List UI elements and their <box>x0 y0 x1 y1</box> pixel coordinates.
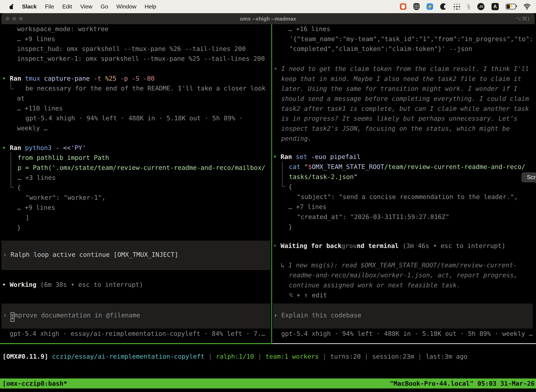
pane-divider-horizontal-right[interactable] <box>272 343 536 344</box>
terminal-line: { <box>288 182 292 192</box>
terminal-line: inspect task2's JSON, focusing on the st… <box>281 124 510 134</box>
terminal-line: cat "$OMX_TEAM_STATE_ROOT/team/review-cu… <box>289 162 525 172</box>
terminal-line: '{"team_name":"my-team","task_id":"1","f… <box>289 34 533 44</box>
terminal-line: later. Using the same for transition mig… <box>281 84 517 93</box>
terminal-line: gpt-5.4 xhigh · 94% left · 488K in · 5.1… <box>25 113 243 123</box>
terminal-line: task2 after task1 is complete, but can I… <box>281 104 529 114</box>
edit-hint: ⌥ + ↑ edit <box>289 290 327 300</box>
command-line: • Ran set -euo pipefail <box>273 152 361 162</box>
terminal-line: … +16 lines <box>288 24 330 34</box>
right-pane-statusline: gpt-5.4 xhigh · 94% left · 488K in · 5.1… <box>281 329 533 339</box>
terminal-line: "subject": "send a concise recommendatio… <box>297 192 518 202</box>
terminal-line: inspect_hud: omx sparkshell --tmux-pane … <box>17 44 246 54</box>
terminal-line: { <box>17 183 21 192</box>
tree-guide <box>282 186 285 187</box>
terminal-line: be necessary for the end of the README. … <box>25 84 266 93</box>
tmux-host-clock: "MacBook-Pro-44.local" 05:03 31-Mar-26 <box>390 378 535 388</box>
terminal-line: } <box>17 223 21 233</box>
terminal-line: tasks/task-2.json" <box>289 172 358 182</box>
ralph-loop-status: › Ralph loop active continue [OMX_TMUX_I… <box>3 250 178 260</box>
command-line: • Ran tmux capture-pane -t %25 -p -S -80 <box>2 74 155 84</box>
terminal-line: continue assigned work or next feasible … <box>289 280 460 290</box>
terminal-line: weekly … <box>17 123 48 133</box>
thinking-text: • I need to get the claim token from the… <box>274 64 529 74</box>
tmux-status-bar: [omx-cczip0:bash* "MacBook-Pro-44.local"… <box>0 378 536 388</box>
terminal-line: at <box>17 93 25 103</box>
tmux-session-label: [omx-cczip0:bash* <box>2 378 67 388</box>
working-status: • Working (6m 38s • esc to interrupt) <box>2 280 143 289</box>
terminal-line: "created_at": "2026-03-31T11:59:27.816Z" <box>297 212 449 222</box>
terminal-line: … +9 lines <box>17 203 55 213</box>
terminal-line: pending. <box>281 134 312 144</box>
terminal-line: … +7 lines <box>288 202 326 212</box>
pane-divider-vertical[interactable] <box>271 24 272 344</box>
terminal-line: inspect_worker-1: omx sparkshell --tmux-… <box>17 54 265 64</box>
tree-guide <box>10 89 14 89</box>
prompt-input-left: › Improve documentation in @filename <box>3 310 140 322</box>
terminal-line: keep that in mind. Maybe I also need the… <box>281 74 521 84</box>
tree-guide <box>282 162 282 187</box>
tree-guide <box>10 187 14 187</box>
terminal-line: workspace_mode: worktree <box>17 24 109 34</box>
terminal-line: … +3 lines <box>18 173 56 183</box>
waiting-status: • Waiting for background terminal (3m 46… <box>273 241 505 251</box>
terminal-line: should send a message before completing … <box>281 94 529 104</box>
terminal-line: ↳ 1 new msg(s): read $OMX_TEAM_STATE_ROO… <box>281 260 517 270</box>
terminal-line: "completed","claim_token":"claim-token"}… <box>289 44 472 54</box>
terminal-line: "worker": "worker-1", <box>25 193 105 202</box>
screen-share-popup[interactable]: Scre <box>522 173 536 182</box>
terminal-line: … +110 lines <box>17 103 63 113</box>
pane-divider-horizontal-left[interactable] <box>0 343 271 344</box>
terminal-line: is in progress? It seems likely but perh… <box>281 114 517 123</box>
terminal-line: ] <box>25 213 29 223</box>
terminal-line: … +9 lines <box>17 34 55 44</box>
terminal-area: workspace_mode: worktree… +9 linesinspec… <box>0 0 536 392</box>
command-line: • Ran python3 - <<'PY' <box>2 143 86 153</box>
terminal-line: p = Path('.omx/state/team/review-current… <box>18 163 265 173</box>
terminal-line: } <box>288 222 292 232</box>
prompt-input-right: › Explain this codebase <box>274 310 361 320</box>
terminal-line: readme-and-reco/mailbox/worker-1.json, a… <box>289 270 517 280</box>
tree-guide <box>10 152 11 187</box>
left-pane-statusline: gpt-5.4 xhigh · essay/ai-reimplementatio… <box>10 329 265 339</box>
omx-hud-statusline: [OMX#0.11.9] cczip/essay/ai-reimplementa… <box>2 352 467 361</box>
terminal-line: from pathlib import Path <box>18 153 109 163</box>
